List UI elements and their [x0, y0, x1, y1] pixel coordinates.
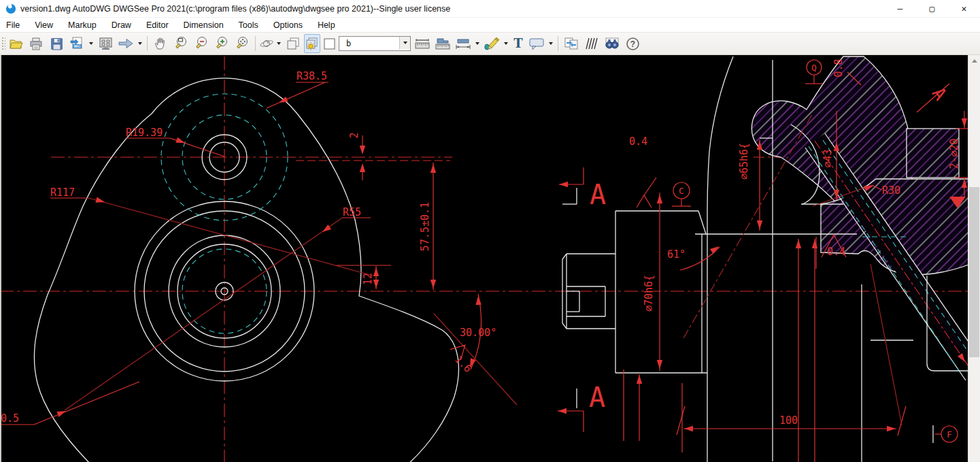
scrollbar-thumb[interactable]: [969, 187, 979, 357]
cad-annotation: R30: [882, 184, 900, 197]
open-folder-icon: [9, 37, 23, 50]
cad-annotation: ±0.5: [0, 412, 19, 425]
zoom-extents-icon: [235, 36, 250, 51]
drawing-canvas[interactable]: R38.5R19.39R117R55±0.5257.5±0.11230.00°1…: [0, 55, 980, 462]
orbit-eye-icon: [259, 38, 274, 49]
save-button[interactable]: [47, 35, 66, 52]
text-tool-button[interactable]: T: [511, 35, 526, 52]
cad-annotation: 2: [348, 132, 360, 138]
cad-annotation: ⌀43: [822, 149, 834, 167]
white-swatch-icon: [324, 38, 335, 50]
hatch-tool-button[interactable]: [582, 35, 601, 52]
zoom-extents-button[interactable]: [233, 35, 252, 52]
layer-color-button[interactable]: [304, 34, 320, 53]
export-image-button[interactable]: IMG: [67, 35, 86, 52]
cad-annotation: R38.5: [297, 70, 327, 82]
menu-markup[interactable]: Markup: [61, 19, 104, 31]
compare-files-button[interactable]: [562, 35, 581, 52]
pen-dropdown-caret[interactable]: [502, 35, 510, 52]
zoom-out-button[interactable]: [192, 35, 211, 52]
cad-annotation: 100: [779, 414, 798, 427]
comment-button[interactable]: [527, 35, 546, 52]
layer-combobox-caret[interactable]: [399, 37, 410, 49]
measure-distance-button[interactable]: [413, 35, 432, 52]
hatch-lines-icon: [585, 37, 598, 50]
text-tool-icon: T: [512, 37, 524, 50]
cad-annotation: 2-⌀20: [948, 138, 960, 169]
markup-pen-button[interactable]: [482, 35, 501, 52]
printer-icon: [29, 37, 43, 50]
cad-annotation: R117: [50, 186, 75, 199]
svg-text:?: ?: [630, 39, 635, 49]
color-swatch-button[interactable]: [322, 35, 337, 52]
maximize-button[interactable]: ▢: [916, 0, 948, 17]
find-button[interactable]: [603, 35, 622, 52]
export-image-icon: IMG: [70, 37, 84, 50]
menu-draw[interactable]: Draw: [104, 19, 139, 31]
help-button[interactable]: ?: [623, 35, 642, 52]
minimize-button[interactable]: —: [884, 0, 916, 17]
menu-options[interactable]: Options: [266, 19, 310, 31]
menu-dimension[interactable]: Dimension: [176, 19, 231, 31]
zoom-window-button[interactable]: [171, 35, 190, 52]
next-view-button[interactable]: [116, 35, 135, 52]
menu-editor[interactable]: Editor: [139, 19, 176, 31]
cad-annotation: A: [928, 84, 951, 104]
layer-color-icon: [305, 37, 319, 50]
left-view-geometry: [34, 78, 458, 462]
layers-button[interactable]: [284, 35, 303, 52]
forward-arrow-icon: [118, 38, 134, 49]
help-icon: ?: [626, 37, 640, 51]
cad-annotation: ⌀70h6{: [643, 275, 655, 312]
zoom-in-button[interactable]: [212, 35, 231, 52]
orbit-view-button[interactable]: [259, 35, 274, 52]
menu-file[interactable]: File: [0, 19, 27, 31]
cad-annotation: ⌀65h6{: [738, 143, 750, 180]
dimension-dropdown-caret[interactable]: [473, 35, 481, 52]
floppy-save-icon: [50, 37, 63, 50]
view-dropdown-caret[interactable]: [136, 35, 144, 52]
export-dropdown-caret[interactable]: [87, 35, 95, 52]
print-button[interactable]: [27, 35, 46, 52]
zoom-window-icon: [173, 36, 188, 51]
compare-pages-icon: [564, 37, 579, 50]
zoom-out-icon: [194, 36, 209, 51]
measure-area-button[interactable]: [433, 35, 452, 52]
toolbar-drag-handle[interactable]: [1, 36, 5, 51]
canvas-left-border: [0, 55, 1, 462]
orbit-dropdown-caret[interactable]: [275, 35, 283, 52]
cad-annotation: 1.6: [452, 353, 474, 375]
cad-annotation: 0.4: [827, 246, 845, 258]
svg-text:IMG: IMG: [73, 44, 80, 48]
dimension-tool-button[interactable]: [454, 35, 473, 52]
binoculars-icon: [604, 37, 620, 50]
comment-bubble-icon: [528, 37, 545, 50]
dimension-line-icon: [455, 37, 471, 50]
toolbar-separator: [558, 36, 558, 51]
menu-bar: File View Markup Draw Editor Dimension T…: [0, 18, 980, 33]
app-logo-icon: [5, 3, 16, 14]
menu-help[interactable]: Help: [310, 19, 343, 31]
close-button[interactable]: ✕: [948, 0, 980, 17]
cad-annotation: Q: [811, 63, 817, 73]
comment-dropdown-caret[interactable]: [547, 35, 555, 52]
cad-annotation: 61°: [667, 248, 686, 261]
cad-annotation: 0.4: [629, 135, 647, 148]
window-title: version1.dwg AutoDWG DWGSee Pro 2021(c:\…: [20, 4, 450, 14]
cad-annotation: A: [590, 179, 606, 210]
vertical-scrollbar[interactable]: [968, 55, 980, 462]
open-file-button[interactable]: [6, 35, 25, 52]
menu-tools[interactable]: Tools: [231, 19, 266, 31]
svg-text:T: T: [513, 37, 523, 50]
highlighter-pen-icon: [484, 37, 500, 50]
monitor-layout-icon: [99, 37, 113, 50]
cad-annotation: A: [589, 382, 605, 413]
view-layout-button[interactable]: [96, 35, 115, 52]
cad-annotation: 57.5±0.1: [419, 202, 431, 251]
layer-combobox[interactable]: b: [339, 36, 411, 51]
pan-hand-icon: [154, 37, 167, 50]
menu-view[interactable]: View: [27, 19, 61, 31]
toolbar-separator: [147, 36, 148, 51]
pan-button[interactable]: [151, 35, 170, 52]
scrollbar-up-button[interactable]: [968, 55, 980, 67]
